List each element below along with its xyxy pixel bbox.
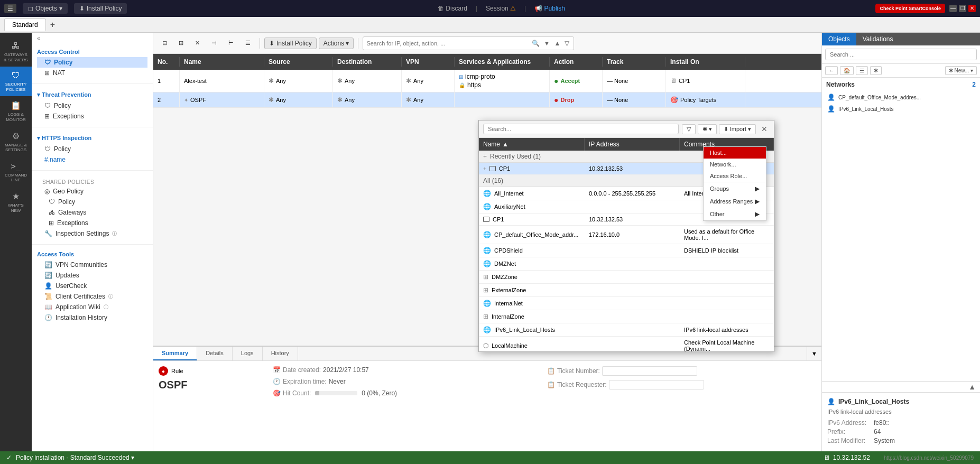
right-back-button[interactable]: ← bbox=[825, 66, 838, 75]
sidebar-item-manage[interactable]: ⚙ MANAGE &SETTINGS bbox=[0, 127, 32, 157]
install-policy-toolbar-button[interactable]: ⬇ Install Policy bbox=[264, 38, 317, 49]
table-row[interactable]: 1 Alex-test ✱ Any ✱ Any ✱ Any ⊞ icmp-pro… bbox=[153, 70, 821, 92]
search-input[interactable] bbox=[366, 40, 530, 47]
access-control-title[interactable]: Access Control bbox=[37, 47, 147, 57]
picker-import-button[interactable]: ⬇ Import ▾ bbox=[719, 124, 756, 134]
bottom-panel: Summary Details Logs History ▼ ● Rule OS… bbox=[153, 346, 821, 451]
nav-item-geo-exceptions[interactable]: ⊞ Exceptions bbox=[37, 218, 147, 228]
right-search-input[interactable] bbox=[825, 49, 977, 60]
menu-icon[interactable]: ☰ bbox=[7, 5, 13, 12]
install-policy-button[interactable]: ⬇ Install Policy bbox=[74, 3, 127, 14]
list-item[interactable]: 👤 CP_default_Office_Mode_addres... bbox=[822, 91, 980, 103]
sidebar-item-security[interactable]: 🛡 SECURITYPOLICIES bbox=[0, 67, 32, 96]
detail-row-prefix: Prefix: 64 bbox=[827, 428, 975, 435]
topbar-publish[interactable]: 📢 Publish bbox=[534, 5, 565, 12]
list-item[interactable]: 🌐 DMZNet bbox=[479, 257, 774, 271]
tab-details[interactable]: Details bbox=[197, 347, 233, 360]
list-item[interactable]: ⊞ DMZZone bbox=[479, 271, 774, 284]
toolbar-delete[interactable]: ✕ bbox=[190, 38, 205, 49]
list-item[interactable]: ⊞ ExternalZone bbox=[479, 284, 774, 297]
ticket-requester-input[interactable] bbox=[609, 380, 704, 389]
detail-title-icon: 👤 bbox=[827, 398, 835, 405]
picker-search-input[interactable] bbox=[483, 124, 679, 134]
right-new-button[interactable]: ✱ New... ▾ bbox=[945, 66, 977, 75]
ticket-number-input[interactable] bbox=[602, 366, 697, 376]
expand-detail-button[interactable]: ▲ bbox=[968, 383, 976, 391]
collapse-panel-button[interactable]: ▼ bbox=[807, 347, 821, 360]
threat-prevention-title[interactable]: ▾ Threat Prevention bbox=[37, 89, 147, 100]
nav-item-inspection-settings[interactable]: 🔧 Inspection Settings ⓘ bbox=[37, 228, 147, 239]
search-button[interactable]: 🔍 bbox=[531, 39, 541, 48]
nav-item-exceptions[interactable]: ⊞ Exceptions bbox=[37, 111, 147, 122]
import-host-item[interactable]: Host... bbox=[704, 147, 766, 159]
picker-close-button[interactable]: ✕ bbox=[759, 125, 770, 133]
prev-result-button[interactable]: ▼ bbox=[543, 39, 551, 48]
app-logo[interactable]: ☰ bbox=[4, 4, 16, 13]
close-button[interactable]: ✕ bbox=[968, 5, 976, 12]
nav-item-geo-sub-policy[interactable]: 🛡 Policy bbox=[37, 197, 147, 207]
sidebar-item-whatsnew[interactable]: ★ WHAT'SNEW bbox=[0, 187, 32, 217]
list-item[interactable]: 👤 IPv6_Link_Local_Hosts bbox=[822, 103, 980, 115]
minimize-button[interactable]: — bbox=[949, 5, 957, 12]
import-address-ranges-item[interactable]: Address Ranges ▶ bbox=[704, 195, 766, 208]
add-tab-button[interactable]: + bbox=[46, 18, 59, 32]
nav-item-usercheck[interactable]: 👤 UserCheck bbox=[37, 281, 147, 291]
https-inspection-title[interactable]: ▾ HTTPS Inspection bbox=[37, 133, 147, 144]
sidebar-item-logs[interactable]: 📋 LOGS &MONITOR bbox=[0, 96, 32, 126]
toolbar-move-down[interactable]: ⊢ bbox=[224, 38, 238, 49]
nav-item-updates[interactable]: 🔄 Updates bbox=[37, 270, 147, 281]
toolbar-collapse-rows[interactable]: ⊟ bbox=[158, 38, 172, 49]
list-item[interactable]: ⬡ LocalMachine Check Point Local Machine… bbox=[479, 337, 774, 351]
updates-icon: 🔄 bbox=[44, 272, 52, 279]
table-row[interactable]: 2 ✦ OSPF ✱ Any ✱ Any ✱ Any ● D bbox=[153, 92, 821, 108]
search-icons: 🔍 ▼ ▲ ▽ bbox=[531, 39, 571, 48]
nav-item-geo-policy[interactable]: ◎ Geo Policy bbox=[37, 186, 147, 197]
actions-button[interactable]: Actions ▾ bbox=[319, 38, 354, 49]
collapse-btn[interactable]: « bbox=[32, 33, 153, 43]
next-result-button[interactable]: ▲ bbox=[553, 39, 562, 48]
nav-item-policy[interactable]: 🛡 Policy bbox=[37, 57, 147, 68]
right-list-button[interactable]: ☰ bbox=[856, 66, 868, 75]
tab-history[interactable]: History bbox=[263, 347, 298, 360]
import-other-item[interactable]: Other ▶ bbox=[704, 208, 766, 220]
nav-item-geo-gateways[interactable]: 🖧 Gateways bbox=[37, 207, 147, 218]
nav-item-install-history[interactable]: 🕐 Installation History bbox=[37, 312, 147, 323]
nav-item-vpn[interactable]: 🔄 VPN Communities bbox=[37, 259, 147, 270]
nav-item-app-wiki[interactable]: 📖 Application Wiki ⓘ bbox=[37, 302, 147, 312]
toolbar-menu[interactable]: ☰ bbox=[241, 38, 255, 49]
hit-count-row: 🎯 Hit Count: 0 (0%, Zero) bbox=[273, 389, 542, 397]
objects-button[interactable]: ◻ Objects ▾ bbox=[23, 3, 68, 14]
cell-source-2: ✱ Any bbox=[264, 92, 333, 107]
import-access-role-item[interactable]: Access Role... bbox=[704, 170, 766, 182]
import-network-item[interactable]: Network... bbox=[704, 159, 766, 170]
nav-item-threat-policy[interactable]: 🛡 Policy bbox=[37, 100, 147, 111]
list-item[interactable]: 🌐 InternalNet bbox=[479, 297, 774, 310]
list-item[interactable]: 🌐 CP_default_Office_Mode_addr... 172.16.… bbox=[479, 226, 774, 244]
list-item[interactable]: ⊞ InternalZone bbox=[479, 310, 774, 323]
list-item[interactable]: 🌐 CPDShield DSHIELD IP blocklist bbox=[479, 244, 774, 257]
filter-button[interactable]: ▽ bbox=[563, 39, 570, 48]
nav-item-hash-name[interactable]: #.name bbox=[37, 154, 147, 165]
tab-summary[interactable]: Summary bbox=[153, 347, 197, 360]
toolbar-move-up[interactable]: ⊣ bbox=[207, 38, 221, 49]
right-star-button[interactable]: ✱ bbox=[870, 66, 882, 75]
picker-options-button[interactable]: ✱ ▾ bbox=[698, 124, 717, 134]
ticket-icon: 📋 bbox=[547, 367, 555, 375]
inspection-icon: 🔧 bbox=[44, 230, 52, 237]
nav-item-nat[interactable]: ⊞ NAT bbox=[37, 68, 147, 78]
col-source: Source bbox=[264, 57, 333, 67]
right-tab-objects[interactable]: Objects bbox=[822, 33, 856, 45]
list-item[interactable]: 🌐 IPv6_Link_Local_Hosts IPv6 link-local … bbox=[479, 323, 774, 337]
right-tab-validations[interactable]: Validations bbox=[856, 33, 900, 45]
tab-logs[interactable]: Logs bbox=[233, 347, 263, 360]
tab-standard[interactable]: Standard bbox=[4, 18, 46, 31]
restore-button[interactable]: ❐ bbox=[959, 5, 966, 12]
right-home-button[interactable]: 🏠 bbox=[840, 66, 854, 75]
sidebar-item-command[interactable]: >_ COMMANDLINE bbox=[0, 157, 32, 187]
import-groups-item[interactable]: Groups ▶ bbox=[704, 182, 766, 195]
toolbar-expand-rows[interactable]: ⊞ bbox=[174, 38, 188, 49]
nav-item-client-certs[interactable]: 📜 Client Certificates ⓘ bbox=[37, 291, 147, 302]
picker-filter-button[interactable]: ▽ bbox=[682, 124, 696, 134]
sidebar-item-gateways[interactable]: 🖧 GATEWAYS& SERVERS bbox=[0, 37, 32, 67]
nav-item-https-policy[interactable]: 🛡 Policy bbox=[37, 144, 147, 154]
